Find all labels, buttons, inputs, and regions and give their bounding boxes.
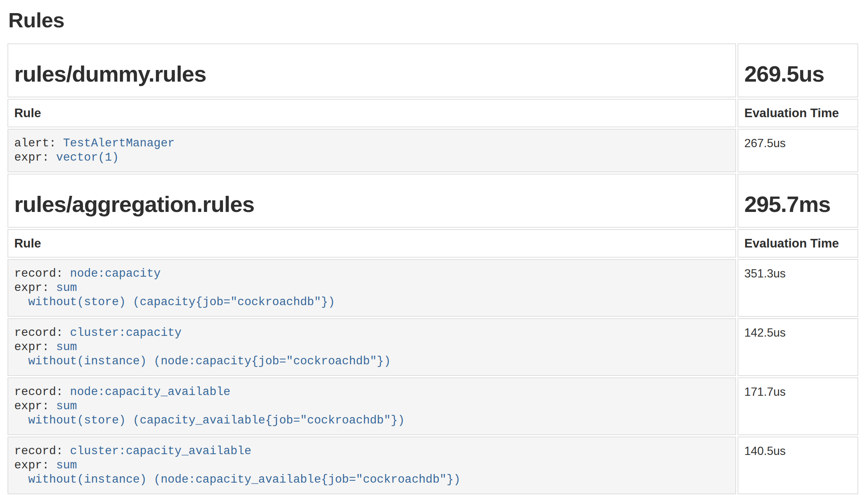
rule-cell: record: cluster:capacityexpr: sum withou… bbox=[7, 318, 736, 376]
rule-code-line: without(instance) (node:capacity{job="co… bbox=[14, 354, 729, 368]
rule-code-line: expr: sum bbox=[14, 458, 729, 473]
rule-column-header: Rule bbox=[7, 99, 736, 127]
rule-keyword bbox=[14, 355, 28, 368]
rule-link[interactable]: vector(1) bbox=[56, 151, 119, 164]
rule-link[interactable]: cluster:capacity bbox=[70, 326, 182, 339]
rule-group-eval-time: 269.5us bbox=[744, 62, 852, 86]
rule-code-line: expr: sum bbox=[14, 281, 729, 295]
rule-code-line: expr: sum bbox=[14, 340, 729, 354]
rule-code-line: record: cluster:capacity bbox=[14, 326, 729, 340]
rule-code-line: expr: vector(1) bbox=[14, 151, 729, 165]
rule-row: record: cluster:capacityexpr: sum withou… bbox=[7, 318, 858, 376]
rule-keyword: expr: bbox=[14, 151, 56, 164]
rule-code: record: cluster:capacity_availableexpr: … bbox=[14, 444, 729, 487]
rule-code-line: record: node:capacity bbox=[14, 267, 729, 281]
rule-group-file-cell: rules/dummy.rules bbox=[7, 43, 736, 97]
rule-code-line: expr: sum bbox=[14, 399, 729, 413]
rule-row: alert: TestAlertManagerexpr: vector(1)26… bbox=[7, 129, 858, 172]
column-header-row: RuleEvaluation Time bbox=[7, 229, 858, 258]
rule-keyword: record: bbox=[14, 267, 70, 280]
rule-code: alert: TestAlertManagerexpr: vector(1) bbox=[14, 136, 729, 165]
rule-cell: record: node:capacity_availableexpr: sum… bbox=[7, 377, 736, 435]
rule-keyword: expr: bbox=[14, 340, 56, 353]
rule-eval-time-cell: 140.5us bbox=[738, 437, 858, 494]
rule-code: record: node:capacity_availableexpr: sum… bbox=[14, 385, 729, 428]
eval-column-label: Evaluation Time bbox=[744, 236, 839, 250]
rule-eval-time-cell: 351.3us bbox=[738, 259, 858, 317]
rule-link[interactable]: sum bbox=[56, 459, 77, 472]
rule-link[interactable]: node:capacity bbox=[70, 267, 161, 280]
rule-group-file-cell: rules/aggregation.rules bbox=[7, 174, 736, 228]
rule-group-eval-cell: 295.7ms bbox=[738, 174, 858, 228]
rule-eval-time-cell: 171.7us bbox=[738, 377, 858, 435]
rule-group-eval-cell: 269.5us bbox=[738, 43, 858, 97]
rule-keyword bbox=[14, 295, 28, 309]
rule-code-line: without(instance) (node:capacity_availab… bbox=[14, 473, 729, 487]
rule-link[interactable]: without(store) (capacity_available{job="… bbox=[28, 414, 405, 427]
rules-table-body: rules/dummy.rules269.5usRuleEvaluation T… bbox=[7, 43, 858, 494]
rule-keyword: alert: bbox=[14, 137, 63, 150]
rule-row: record: node:capacity_availableexpr: sum… bbox=[7, 377, 858, 435]
rule-keyword bbox=[14, 414, 28, 427]
rule-group-row: rules/aggregation.rules295.7ms bbox=[7, 174, 858, 228]
rule-code-line: alert: TestAlertManager bbox=[14, 136, 729, 151]
rule-link[interactable]: without(instance) (node:capacity_availab… bbox=[28, 473, 460, 486]
rule-column-label: Rule bbox=[14, 106, 41, 120]
rule-keyword: expr: bbox=[14, 281, 56, 294]
rule-link[interactable]: TestAlertManager bbox=[63, 137, 175, 150]
rule-link[interactable]: cluster:capacity_available bbox=[70, 444, 251, 458]
rule-group-eval-time: 295.7ms bbox=[744, 192, 852, 216]
column-header-row: RuleEvaluation Time bbox=[7, 99, 858, 127]
rule-keyword: expr: bbox=[14, 400, 56, 413]
rule-group-file: rules/aggregation.rules bbox=[14, 192, 729, 216]
rule-keyword: record: bbox=[14, 444, 70, 458]
rule-code-line: record: node:capacity_available bbox=[14, 385, 729, 399]
rule-code-line: without(store) (capacity{job="cockroachd… bbox=[14, 295, 729, 309]
eval-column-header: Evaluation Time bbox=[738, 229, 858, 258]
rule-cell: record: cluster:capacity_availableexpr: … bbox=[7, 437, 736, 494]
rule-cell: alert: TestAlertManagerexpr: vector(1) bbox=[7, 129, 736, 172]
rule-group-file: rules/dummy.rules bbox=[14, 62, 729, 86]
rule-link[interactable]: sum bbox=[56, 340, 77, 353]
rule-keyword bbox=[14, 473, 28, 486]
rule-group-row: rules/dummy.rules269.5us bbox=[7, 43, 858, 97]
rule-link[interactable]: sum bbox=[56, 400, 77, 413]
rule-eval-time-cell: 267.5us bbox=[738, 129, 858, 172]
rule-keyword: record: bbox=[14, 326, 70, 339]
rule-row: record: cluster:capacity_availableexpr: … bbox=[7, 437, 858, 494]
rule-code-line: without(store) (capacity_available{job="… bbox=[14, 413, 729, 428]
rule-keyword: record: bbox=[14, 385, 70, 398]
rule-column-label: Rule bbox=[14, 236, 41, 250]
rule-link[interactable]: without(instance) (node:capacity{job="co… bbox=[28, 355, 391, 368]
rules-table: rules/dummy.rules269.5usRuleEvaluation T… bbox=[6, 42, 860, 495]
eval-column-label: Evaluation Time bbox=[744, 106, 839, 120]
eval-column-header: Evaluation Time bbox=[738, 99, 858, 127]
rule-eval-time-cell: 142.5us bbox=[738, 318, 858, 376]
rule-code-line: record: cluster:capacity_available bbox=[14, 444, 729, 458]
rule-cell: record: node:capacityexpr: sum without(s… bbox=[7, 259, 736, 317]
rule-keyword: expr: bbox=[14, 459, 56, 472]
rule-link[interactable]: node:capacity_available bbox=[70, 385, 230, 398]
rule-link[interactable]: sum bbox=[56, 281, 77, 294]
rule-code: record: cluster:capacityexpr: sum withou… bbox=[14, 326, 729, 368]
page-title: Rules bbox=[8, 8, 860, 32]
rule-code: record: node:capacityexpr: sum without(s… bbox=[14, 267, 729, 309]
rule-row: record: node:capacityexpr: sum without(s… bbox=[7, 259, 858, 317]
rule-column-header: Rule bbox=[7, 229, 736, 258]
rule-link[interactable]: without(store) (capacity{job="cockroachd… bbox=[28, 295, 335, 309]
